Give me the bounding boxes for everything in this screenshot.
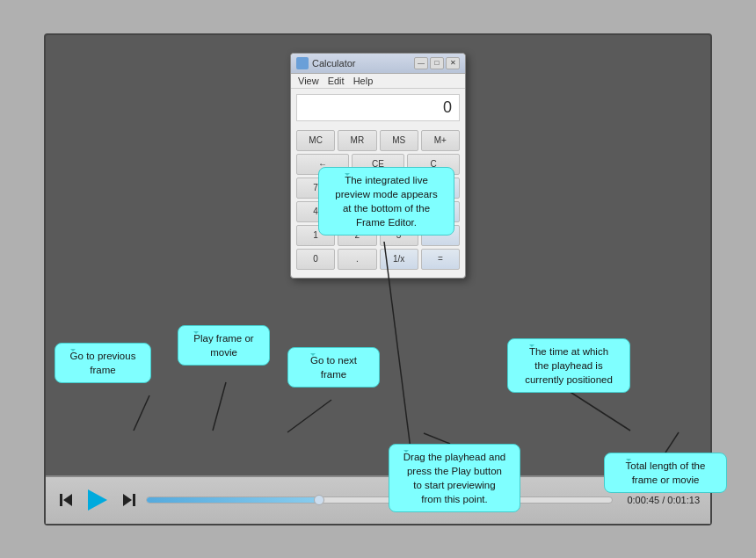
tooltip-drag-playhead: Drag the playhead andpress the Play butt… [389,444,520,512]
btn-reciprocal[interactable]: 1/x [380,249,418,270]
svg-line-5 [134,395,149,431]
tooltip-prev-frame: Go to previousframe [55,343,151,383]
main-frame-editor: Calculator — □ ✕ View Edit Help 0 MC MR … [44,33,712,525]
time-display: 0:00:45 / 0:01:13 [627,495,700,505]
btn-mr[interactable]: MR [338,130,376,151]
play-icon [88,489,107,511]
tooltip-total-length: Total length of theframe or movie [604,453,727,493]
menu-help[interactable]: Help [353,76,374,86]
tooltip-integrated-text: The integrated livepreview mode appearsa… [335,175,437,228]
tooltip-play-text: Play frame ormovie [193,333,253,358]
tooltip-integrated: The integrated livepreview mode appearsa… [318,167,454,236]
menu-edit[interactable]: Edit [328,76,345,86]
tooltip-total-length-text: Total length of theframe or movie [626,460,706,485]
tooltip-prev-frame-text: Go to previousframe [70,351,136,375]
svg-marker-3 [123,494,132,506]
btn-0[interactable]: 0 [296,249,335,270]
next-frame-button[interactable] [118,489,139,511]
btn-mplus[interactable]: M+ [421,130,460,151]
prev-frame-button[interactable] [56,489,77,511]
player-controls: 0:00:45 / 0:01:13 [56,487,700,513]
close-button[interactable]: ✕ [446,57,460,69]
tooltip-drag-playhead-text: Drag the playhead andpress the Play butt… [403,452,505,504]
btn-equals[interactable]: = [421,249,460,270]
calculator-menubar: View Edit Help [291,74,465,89]
calculator-window: Calculator — □ ✕ View Edit Help 0 MC MR … [290,53,466,279]
total-time: 0:01:13 [667,495,700,505]
playhead-handle[interactable] [314,495,324,505]
tooltip-play: Play frame ormovie [178,325,270,366]
minimize-button[interactable]: — [414,57,428,69]
calc-row-1: MC MR MS M+ [296,130,460,151]
calculator-title-left: Calculator [296,57,356,69]
calculator-title: Calculator [312,58,356,69]
current-time: 0:00:45 [627,495,659,505]
play-button[interactable] [84,487,111,513]
progress-fill [147,497,319,503]
maximize-button[interactable]: □ [430,57,444,69]
svg-line-9 [424,433,450,444]
calculator-title-buttons: — □ ✕ [414,57,460,69]
svg-line-6 [213,382,226,431]
svg-line-10 [665,432,679,453]
tooltip-next-frame: Go to nextframe [287,347,380,388]
svg-line-8 [569,391,630,431]
progress-bar[interactable] [146,496,613,504]
tooltip-next-frame-text: Go to nextframe [310,355,357,380]
calc-row-6: 0 . 1/x = [296,249,460,270]
btn-mc[interactable]: MC [296,130,335,151]
svg-line-7 [287,400,331,432]
display-value: 0 [443,98,452,116]
svg-rect-0 [60,494,62,506]
calculator-icon [296,57,309,69]
time-separator: / [659,495,667,505]
calculator-titlebar: Calculator — □ ✕ [291,54,465,74]
svg-marker-1 [63,494,72,506]
btn-dot[interactable]: . [338,249,376,270]
tooltip-playhead-time: The time at whichthe playhead iscurrentl… [507,338,630,393]
calculator-display: 0 [296,94,460,121]
svg-rect-2 [133,494,135,506]
menu-view[interactable]: View [298,76,319,86]
btn-ms[interactable]: MS [380,130,418,151]
tooltip-playhead-time-text: The time at whichthe playhead iscurrentl… [525,346,613,385]
